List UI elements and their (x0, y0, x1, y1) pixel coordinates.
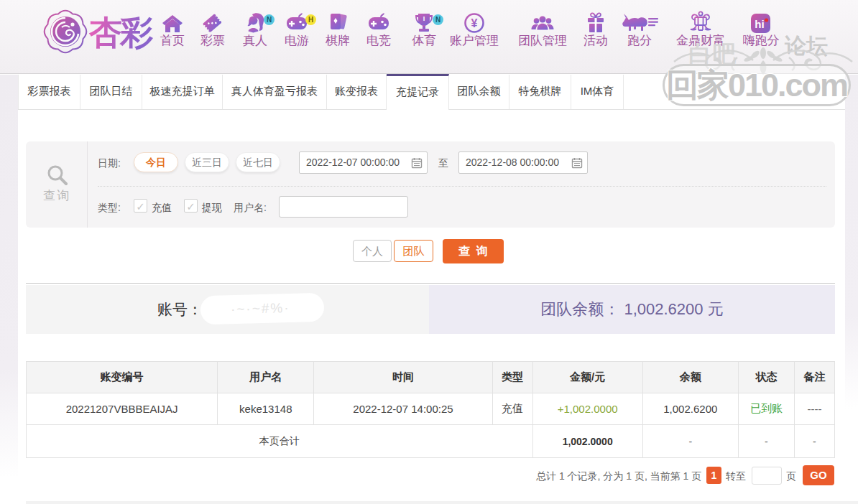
svg-text:hi: hi (755, 18, 764, 30)
svg-text:I: I (423, 15, 425, 22)
svg-text:¥: ¥ (471, 17, 478, 29)
